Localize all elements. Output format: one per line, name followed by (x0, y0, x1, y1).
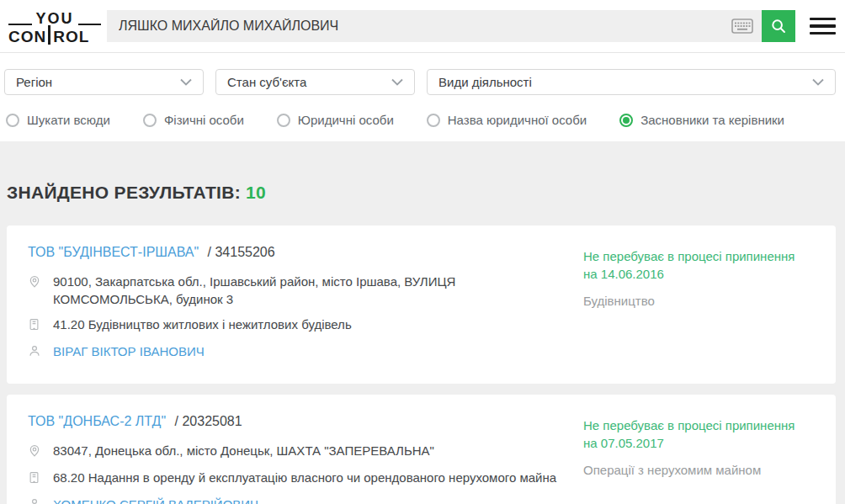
results-count-value: 10 (246, 183, 266, 202)
activity-bookmark-icon (28, 316, 43, 336)
radio-founders-and-heads[interactable]: Засновники та керівники (619, 113, 784, 127)
result-card: ТОВ "БУДІНВЕСТ-ІРШАВА" / 34155206 90100,… (7, 225, 836, 384)
search-input[interactable] (107, 19, 731, 34)
activity-row: 68.20 Надання в оренду й експлуатацію вл… (28, 469, 583, 489)
radio-circle (277, 114, 290, 127)
chevron-down-icon (812, 78, 824, 86)
radio-circle (6, 114, 19, 127)
search-bar (107, 10, 795, 42)
logo-bottom-row: CON ROL (8, 25, 101, 45)
radio-label: Юридичні особи (298, 113, 394, 127)
results-section: ЗНАЙДЕНО РЕЗУЛЬТАТІВ: 10 ТОВ "БУДІНВЕСТ-… (0, 141, 845, 504)
search-scope-radios: Шукати всюди Фізичні особи Юридичні особ… (6, 113, 836, 127)
company-address: 90100, Закарпатська обл., Іршавський рай… (53, 273, 575, 309)
card-status-column: Не перебуває в процесі припинення на 14.… (583, 245, 800, 369)
activity-types-dropdown[interactable]: Види діяльності (427, 69, 836, 95)
radio-label: Назва юридичної особи (448, 113, 587, 127)
radio-circle (619, 114, 633, 127)
region-dropdown[interactable]: Регіон (4, 69, 204, 95)
logo-you-text: YOU (32, 12, 78, 25)
search-field (107, 10, 762, 42)
card-main-info: ТОВ "БУДІНВЕСТ-ІРШАВА" / 34155206 90100,… (28, 245, 583, 369)
logo-top-row: YOU (8, 8, 101, 25)
logo-t-bar (48, 25, 50, 45)
company-activity: 41.20 Будівництво житлових і нежитлових … (53, 316, 352, 333)
activity-types-dropdown-label: Види діяльності (438, 75, 532, 89)
location-pin-icon (28, 442, 43, 462)
radio-circle (143, 114, 157, 127)
address-row: 90100, Закарпатська обл., Іршавський рай… (28, 273, 583, 309)
search-icon (769, 17, 788, 35)
card-title-row: ТОВ "ДОНБАС-2 ЛТД" / 20325081 (28, 414, 583, 429)
filters-panel: Регіон Стан суб'єкта Види діяльності Шук… (0, 53, 845, 127)
card-title-row: ТОВ "БУДІНВЕСТ-ІРШАВА" / 34155206 (28, 245, 583, 260)
radio-individuals[interactable]: Фізичні особи (143, 113, 244, 127)
person-name-link[interactable]: ВІРАГ ВІКТОР ІВАНОВИЧ (53, 342, 205, 360)
activity-row: 41.20 Будівництво житлових і нежитлових … (28, 316, 583, 336)
chevron-down-icon (391, 78, 403, 86)
menu-icon[interactable] (810, 12, 836, 41)
company-activity: 68.20 Надання в оренду й експлуатацію вл… (53, 469, 556, 486)
header: YOU CON ROL (0, 0, 845, 53)
person-row: ХОМЕНКО СЕРГІЙ ВАЛЕРІЙОВИЧ (28, 496, 583, 504)
person-icon (28, 496, 43, 504)
radio-label: Засновники та керівники (640, 113, 784, 127)
logo-rol-text: ROL (53, 29, 89, 45)
registration-status: Не перебуває в процесі припинення на 14.… (583, 247, 800, 283)
radio-circle (427, 114, 440, 127)
radio-label: Фізичні особи (164, 113, 244, 127)
person-name-link[interactable]: ХОМЕНКО СЕРГІЙ ВАЛЕРІЙОВИЧ (53, 496, 258, 504)
location-pin-icon (28, 273, 43, 293)
person-icon (28, 342, 43, 362)
virtual-keyboard-icon[interactable] (731, 18, 753, 34)
dropdown-row: Регіон Стан суб'єкта Види діяльності (4, 69, 836, 95)
company-edrpou-code: / 34155206 (208, 245, 275, 259)
youcontrol-logo[interactable]: YOU CON ROL (8, 8, 101, 45)
radio-legal-entities[interactable]: Юридичні особи (277, 113, 394, 127)
address-row: 83047, Донецька обл., місто Донецьк, ШАХ… (28, 442, 583, 462)
search-button[interactable] (762, 10, 795, 42)
company-address: 83047, Донецька обл., місто Донецьк, ШАХ… (53, 442, 434, 459)
results-count-label: ЗНАЙДЕНО РЕЗУЛЬТАТІВ: (7, 183, 241, 202)
results-count-heading: ЗНАЙДЕНО РЕЗУЛЬТАТІВ: 10 (7, 141, 836, 203)
radio-legal-entity-name[interactable]: Назва юридичної особи (427, 113, 587, 127)
chevron-down-icon (180, 78, 192, 86)
activity-bookmark-icon (28, 469, 43, 489)
company-name-link[interactable]: ТОВ "БУДІНВЕСТ-ІРШАВА" (28, 245, 199, 259)
person-row: ВІРАГ ВІКТОР ІВАНОВИЧ (28, 342, 583, 362)
radio-label: Шукати всюди (27, 113, 110, 127)
company-edrpou-code: / 20325081 (175, 414, 242, 428)
company-name-link[interactable]: ТОВ "ДОНБАС-2 ЛТД" (28, 414, 166, 428)
activity-category: Операції з нерухомим майном (583, 463, 800, 477)
result-card: ТОВ "ДОНБАС-2 ЛТД" / 20325081 83047, Дон… (7, 395, 836, 504)
logo-con-text: CON (8, 29, 46, 45)
entity-state-dropdown-label: Стан суб'єкта (227, 75, 306, 89)
registration-status: Не перебуває в процесі припинення на 07.… (583, 416, 800, 452)
region-dropdown-label: Регіон (16, 75, 52, 89)
entity-state-dropdown[interactable]: Стан суб'єкта (215, 69, 415, 95)
card-main-info: ТОВ "ДОНБАС-2 ЛТД" / 20325081 83047, Дон… (28, 414, 583, 504)
activity-category: Будівництво (583, 294, 800, 308)
radio-search-everywhere[interactable]: Шукати всюди (6, 113, 110, 127)
card-status-column: Не перебуває в процесі припинення на 07.… (583, 414, 800, 504)
